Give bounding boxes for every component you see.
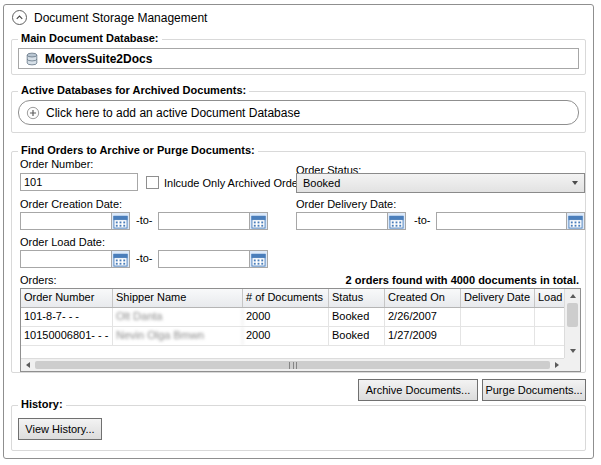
purge-documents-button[interactable]: Purge Documents...	[482, 379, 586, 401]
include-archived-checkbox[interactable]	[146, 176, 159, 189]
column-header-order-number[interactable]: Order Number	[21, 289, 113, 307]
database-icon	[25, 52, 39, 66]
creation-date-to-input[interactable]	[158, 212, 249, 230]
orders-table-header: Order NumberShipper Name# of DocumentsSt…	[21, 289, 564, 308]
delivery-date-from-input[interactable]	[296, 212, 387, 230]
panel-header: Document Storage Management	[12, 10, 207, 25]
creation-date-from-input[interactable]	[20, 212, 111, 230]
table-cell: Nevin Olga Bmwn	[113, 327, 243, 345]
order-delivery-date-label: Order Delivery Date:	[296, 198, 396, 210]
table-cell: 10150006801- - -	[21, 327, 113, 345]
delivery-date-from-field	[296, 212, 406, 230]
date-range-separator: -to-	[136, 214, 153, 226]
load-date-from-calendar-button[interactable]	[111, 250, 130, 268]
column-header-delivery-date[interactable]: Delivery Date	[461, 289, 535, 307]
main-database-box[interactable]: MoversSuite2Docs	[18, 48, 579, 69]
view-history-button[interactable]: View History...	[18, 418, 102, 440]
add-database-prompt: Click here to add an active Document Dat…	[46, 106, 300, 120]
delivery-date-to-input[interactable]	[436, 212, 566, 230]
add-database-button[interactable]: Click here to add an active Document Dat…	[18, 100, 579, 125]
table-cell	[535, 327, 564, 345]
find-orders-group: Find Orders to Archive or Purge Document…	[11, 151, 586, 373]
main-database-group: Main Document Database: MoversSuite2Docs	[11, 39, 586, 75]
order-status-dropdown[interactable]: Booked	[296, 173, 585, 193]
table-cell: Booked	[329, 308, 385, 326]
panel-title: Document Storage Management	[34, 11, 207, 25]
order-status-value: Booked	[303, 177, 340, 189]
date-range-separator: -to-	[414, 214, 431, 226]
table-cell: Olt Danta	[113, 308, 243, 326]
chevron-up-icon	[14, 12, 25, 23]
horizontal-scrollbar-thumb[interactable]	[35, 361, 550, 369]
order-creation-date-label: Order Creation Date:	[20, 198, 122, 210]
calendar-icon	[251, 252, 266, 267]
scroll-up-arrow[interactable]	[565, 289, 580, 303]
delivery-date-from-calendar-button[interactable]	[387, 212, 406, 230]
collapse-button[interactable]	[12, 10, 27, 25]
table-cell	[535, 308, 564, 326]
history-label: History:	[18, 398, 66, 410]
plus-circle-icon	[26, 106, 40, 120]
archived-databases-label: Active Databases for Archived Documents:	[18, 84, 249, 96]
table-cell: 2000	[243, 327, 329, 345]
table-cell	[461, 327, 535, 345]
column-header-created-on[interactable]: Created On	[385, 289, 461, 307]
load-date-from-input[interactable]	[20, 250, 111, 268]
scroll-down-arrow[interactable]	[565, 344, 580, 358]
table-row[interactable]: 10150006801- - -Nevin Olga Bmwn2000Booke…	[21, 327, 564, 346]
column-header--of-documents[interactable]: # of Documents	[243, 289, 329, 307]
column-header-load-date[interactable]: Load Date	[535, 289, 564, 307]
order-load-date-label: Order Load Date:	[20, 236, 105, 248]
order-number-input[interactable]	[20, 173, 138, 191]
calendar-icon	[113, 252, 128, 267]
table-cell: 101-8-7- - -	[21, 308, 113, 326]
main-database-name: MoversSuite2Docs	[45, 52, 152, 66]
load-date-to-input[interactable]	[158, 250, 249, 268]
load-date-to-calendar-button[interactable]	[249, 250, 268, 268]
calendar-icon	[251, 214, 266, 229]
creation-date-from-calendar-button[interactable]	[111, 212, 130, 230]
load-date-to-field	[158, 250, 268, 268]
history-group: History: View History...	[11, 405, 586, 451]
archive-documents-button[interactable]: Archive Documents...	[358, 379, 478, 401]
column-header-status[interactable]: Status	[329, 289, 385, 307]
include-archived-label: Inlcude Only Archived Orders	[164, 177, 307, 189]
table-row[interactable]: 101-8-7- - -Olt Danta2000Booked2/26/2007	[21, 308, 564, 327]
scrollbar-corner	[564, 358, 580, 371]
calendar-icon	[568, 214, 583, 229]
vertical-scrollbar-thumb[interactable]	[567, 303, 578, 327]
table-cell: 2/26/2007	[385, 308, 461, 326]
horizontal-scrollbar[interactable]	[21, 358, 564, 371]
scroll-right-arrow[interactable]	[550, 359, 564, 371]
find-orders-label: Find Orders to Archive or Purge Document…	[18, 144, 258, 156]
calendar-icon	[113, 214, 128, 229]
vertical-scrollbar[interactable]	[564, 289, 580, 358]
delivery-date-to-calendar-button[interactable]	[566, 212, 585, 230]
scrollbar-grip-icon	[289, 362, 297, 369]
order-number-label: Order Number:	[20, 158, 93, 170]
calendar-icon	[389, 214, 404, 229]
triangle-up-icon	[570, 294, 576, 298]
delivery-date-to-field	[436, 212, 585, 230]
date-range-separator: -to-	[136, 252, 153, 264]
orders-summary: 2 orders found with 4000 documents in to…	[346, 274, 579, 286]
orders-table: Order NumberShipper Name# of DocumentsSt…	[20, 288, 581, 372]
triangle-down-icon	[570, 349, 576, 353]
creation-date-to-field	[158, 212, 268, 230]
document-storage-management-panel: Document Storage Management Main Documen…	[3, 4, 594, 459]
scroll-left-arrow[interactable]	[21, 359, 35, 371]
table-cell	[461, 308, 535, 326]
column-header-shipper-name[interactable]: Shipper Name	[113, 289, 243, 307]
creation-date-to-calendar-button[interactable]	[249, 212, 268, 230]
load-date-from-field	[20, 250, 130, 268]
main-database-label: Main Document Database:	[18, 32, 162, 44]
archived-databases-group: Active Databases for Archived Documents:…	[11, 91, 586, 133]
triangle-left-icon	[26, 362, 30, 368]
creation-date-from-field	[20, 212, 130, 230]
orders-table-body: 101-8-7- - -Olt Danta2000Booked2/26/2007…	[21, 308, 564, 358]
table-cell: 2000	[243, 308, 329, 326]
orders-label: Orders:	[20, 274, 57, 286]
table-cell: 1/27/2009	[385, 327, 461, 345]
table-cell: Booked	[329, 327, 385, 345]
triangle-right-icon	[555, 362, 559, 368]
